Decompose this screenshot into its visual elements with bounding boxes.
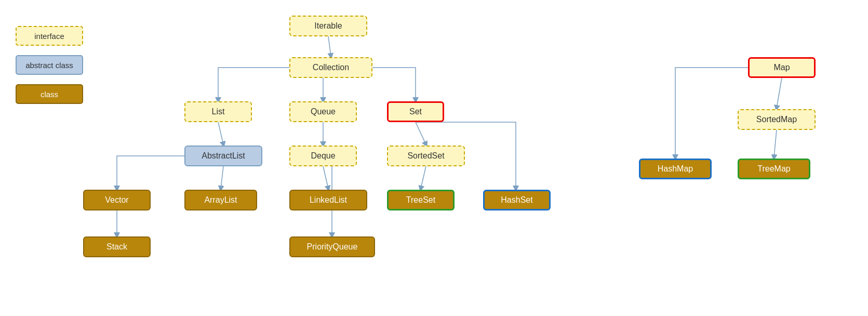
node-abstractlist: AbstractList (184, 146, 262, 166)
legend-label-abstract: abstract class (25, 61, 73, 70)
svg-line-5 (221, 166, 223, 189)
node-vector: Vector (83, 190, 151, 210)
node-deque: Deque (289, 146, 357, 166)
legend: interface abstract class class (16, 26, 83, 104)
node-sortedset: SortedSet (387, 146, 465, 166)
svg-line-4 (416, 122, 426, 144)
node-queue: Queue (289, 101, 357, 122)
legend-item-abstract: abstract class (16, 55, 83, 75)
node-map: Map (748, 57, 816, 78)
legend-label-interface: interface (34, 32, 64, 41)
node-arraylist: ArrayList (184, 190, 257, 210)
svg-line-2 (218, 122, 223, 144)
legend-box-interface: interface (16, 26, 83, 46)
node-sortedmap: SortedMap (738, 109, 816, 130)
legend-box-abstract: abstract class (16, 55, 83, 75)
diagram-container: interface abstract class class Iterable … (0, 0, 868, 316)
node-hashset: HashSet (483, 190, 551, 210)
legend-label-class: class (41, 90, 58, 99)
node-hashmap: HashMap (639, 159, 712, 179)
legend-item-interface: interface (16, 26, 83, 46)
svg-line-6 (323, 166, 328, 189)
node-list: List (184, 101, 252, 122)
node-stack: Stack (83, 236, 151, 257)
node-linkedlist: LinkedList (289, 190, 367, 210)
svg-line-7 (421, 166, 426, 189)
node-collection: Collection (289, 57, 372, 78)
svg-line-9 (777, 78, 782, 108)
node-treemap: TreeMap (738, 159, 810, 179)
node-priorityqueue: PriorityQueue (289, 236, 375, 257)
svg-line-0 (328, 36, 331, 56)
legend-box-class: class (16, 84, 83, 104)
svg-line-10 (774, 130, 777, 157)
node-treeset: TreeSet (387, 190, 455, 210)
node-set: Set (387, 101, 444, 122)
node-iterable: Iterable (289, 16, 367, 36)
legend-item-class: class (16, 84, 83, 104)
